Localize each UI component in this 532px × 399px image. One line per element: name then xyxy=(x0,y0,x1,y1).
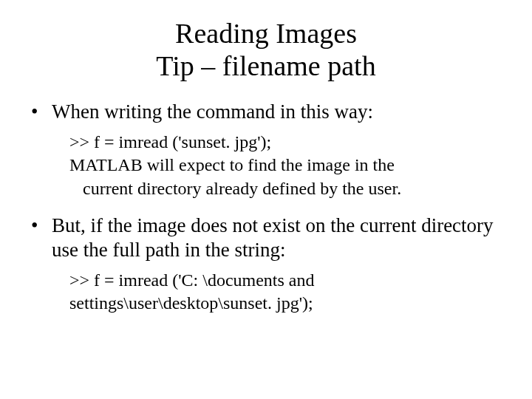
slide-title: Reading Images Tip – filename path xyxy=(30,18,502,82)
explain-line: MATLAB will expect to find the image in … xyxy=(69,154,502,177)
code-line: >> f = imread ('C: \documents and settin… xyxy=(69,269,502,315)
bullet-marker: • xyxy=(30,100,52,125)
bullet-item: • But, if the image does not exist on th… xyxy=(30,214,502,264)
title-line-2: Tip – filename path xyxy=(156,50,375,81)
explain-line: current directory already defined by the… xyxy=(69,177,502,200)
title-line-1: Reading Images xyxy=(175,18,357,49)
sub-content: >> f = imread ('sunset. jpg'); MATLAB wi… xyxy=(68,131,502,200)
bullet-item: • When writing the command in this way: xyxy=(30,100,502,125)
bullet-text: But, if the image does not exist on the … xyxy=(52,214,502,264)
bullet-text: When writing the command in this way: xyxy=(52,100,502,125)
sub-content: >> f = imread ('C: \documents and settin… xyxy=(68,269,502,315)
bullet-marker: • xyxy=(30,214,52,264)
code-line: >> f = imread ('sunset. jpg'); xyxy=(69,131,502,154)
